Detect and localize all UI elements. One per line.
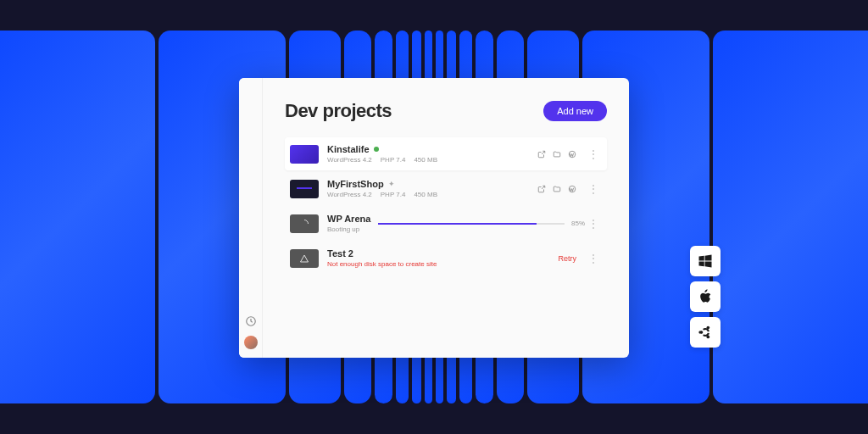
ubuntu-icon[interactable] [690,317,721,348]
project-thumbnail [290,214,319,233]
folder-icon[interactable] [553,150,561,159]
project-name: MyFirstShop [327,179,384,189]
project-row[interactable]: Test 2 Not enough disk space to create s… [285,242,607,275]
project-row[interactable]: WP Arena Booting up 85% ⋮ [285,207,607,240]
project-actions [537,150,576,159]
project-thumbnail [290,180,319,198]
header: Dev projects Add new [285,100,607,122]
page-title: Dev projects [285,100,392,122]
project-status-text: Booting up [327,225,378,233]
project-thumbnail [290,249,319,268]
windows-icon[interactable] [690,246,721,276]
warning-icon [299,253,309,264]
spinner-icon [299,219,309,229]
project-row[interactable]: Kinstalife WordPress 4.2PHP 7.4450 MB ⋮ [285,137,607,170]
app-window: Dev projects Add new Kinstalife WordPres… [239,78,629,358]
clock-icon[interactable] [245,315,257,327]
status-dot-running [374,147,379,152]
retry-button[interactable]: Retry [558,254,576,263]
progress-bar: 85% [378,220,585,227]
project-thumbnail [290,145,319,164]
star-icon: ✦ [388,180,395,188]
project-name: Kinstalife [327,144,370,154]
open-external-icon[interactable] [537,185,546,193]
project-name: WP Arena [327,214,370,224]
project-row[interactable]: MyFirstShop ✦ WordPress 4.2PHP 7.4450 MB… [285,172,607,205]
open-external-icon[interactable] [537,150,546,159]
project-meta: WordPress 4.2PHP 7.4450 MB [327,191,537,198]
main-panel: Dev projects Add new Kinstalife WordPres… [263,78,629,358]
more-icon[interactable]: ⋮ [585,148,602,160]
project-error: Not enough disk space to create site [327,260,558,268]
folder-icon[interactable] [553,185,561,193]
avatar[interactable] [244,336,258,349]
more-icon[interactable]: ⋮ [585,218,602,230]
project-name: Test 2 [327,248,353,259]
project-meta: WordPress 4.2PHP 7.4450 MB [327,156,537,164]
sidebar [239,78,263,358]
more-icon[interactable]: ⋮ [585,253,602,264]
add-new-button[interactable]: Add new [543,101,607,121]
wordpress-icon[interactable] [568,150,576,159]
project-actions [537,185,576,193]
wordpress-icon[interactable] [568,185,576,193]
apple-icon[interactable] [690,281,721,312]
more-icon[interactable]: ⋮ [585,183,602,195]
os-badges [690,246,721,348]
